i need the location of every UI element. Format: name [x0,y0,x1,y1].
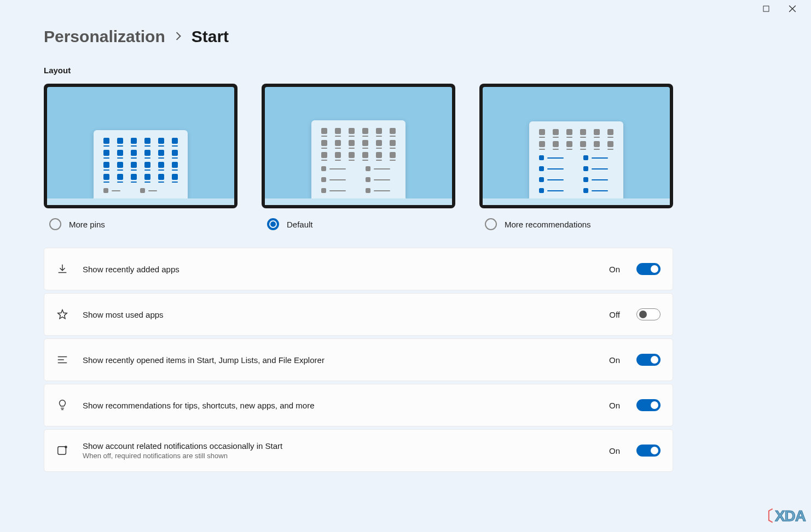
toggle-switch[interactable] [636,308,661,320]
lightbulb-icon [56,399,68,411]
toggle-switch[interactable] [636,354,661,366]
svg-point-2 [65,446,67,448]
setting-subtitle: When off, required notifications are sti… [83,452,595,460]
radio-icon [485,218,497,230]
toggle-switch[interactable] [636,399,661,411]
layout-options: More pins [44,84,673,230]
maximize-button[interactable] [758,2,774,15]
watermark-logo: 〔XDA [759,506,806,527]
toggle-state-label: On [609,265,620,274]
setting-account-notifications[interactable]: Show account related notifications occas… [44,429,673,472]
toggle-state-label: On [609,446,620,455]
radio-label: Default [287,220,313,229]
download-icon [56,263,68,275]
close-button[interactable] [785,2,800,15]
settings-page: Personalization Start Layout [0,0,717,472]
layout-section-label: Layout [44,66,673,75]
layout-preview-more-recommendations[interactable] [479,84,673,208]
star-icon [56,308,68,320]
setting-title: Show recently added apps [83,265,595,274]
setting-recently-added-apps[interactable]: Show recently added apps On [44,248,673,290]
radio-more-recommendations[interactable]: More recommendations [479,218,673,230]
list-icon [56,354,68,366]
chevron-right-icon [175,31,182,43]
window-controls [758,0,811,15]
setting-recently-opened-items[interactable]: Show recently opened items in Start, Jum… [44,338,673,381]
radio-default[interactable]: Default [262,218,455,230]
setting-title: Show most used apps [83,310,595,319]
toggle-state-label: On [609,401,620,410]
setting-most-used-apps[interactable]: Show most used apps Off [44,293,673,336]
toggle-state-label: Off [609,310,620,319]
account-badge-icon [56,445,68,457]
radio-icon [49,218,61,230]
radio-icon [267,218,279,230]
breadcrumb: Personalization Start [44,27,673,46]
breadcrumb-parent[interactable]: Personalization [44,27,165,46]
setting-title: Show account related notifications occas… [83,441,595,451]
setting-title: Show recommendations for tips, shortcuts… [83,401,595,410]
layout-preview-default[interactable] [262,84,455,208]
layout-preview-more-pins[interactable] [44,84,237,208]
toggle-switch[interactable] [636,263,661,275]
radio-label: More pins [69,220,105,229]
page-title: Start [192,27,229,46]
layout-option-more-recommendations: More recommendations [479,84,673,230]
toggle-state-label: On [609,355,620,365]
radio-label: More recommendations [505,220,591,229]
svg-rect-0 [763,6,769,11]
toggle-switch[interactable] [636,445,661,457]
layout-option-more-pins: More pins [44,84,237,230]
radio-more-pins[interactable]: More pins [44,218,237,230]
svg-rect-1 [58,447,66,455]
setting-title: Show recently opened items in Start, Jum… [83,355,595,365]
settings-list: Show recently added apps On Show most us… [44,248,673,472]
setting-recommendations-tips[interactable]: Show recommendations for tips, shortcuts… [44,384,673,426]
layout-option-default: Default [262,84,455,230]
